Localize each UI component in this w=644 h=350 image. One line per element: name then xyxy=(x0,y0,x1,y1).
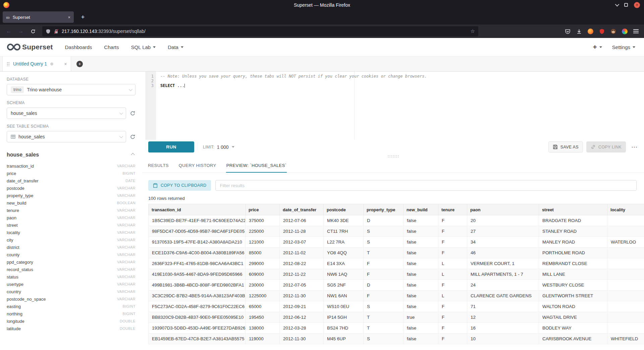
copy-to-clipboard-button[interactable]: COPY TO CLIPBOARD xyxy=(148,180,211,191)
tab-close-icon[interactable]: × xyxy=(68,15,70,20)
table-cell[interactable] xyxy=(607,226,644,237)
table-cell[interactable]: BB8320C9-D82B-4B37-90E0-9FEE05095E10 xyxy=(149,312,246,323)
table-cell[interactable] xyxy=(607,301,644,312)
nav-item-sql-lab[interactable]: SQL Lab xyxy=(131,44,156,50)
limit-dropdown[interactable]: LIMIT: 1 000 xyxy=(203,144,234,150)
table-cell[interactable]: PORTHOLME ROAD xyxy=(539,248,607,258)
table-cell[interactable]: 2012-09-21 xyxy=(280,301,324,312)
table-cell[interactable]: 609000 xyxy=(246,269,280,280)
schema-column-row[interactable]: northingBIGINT xyxy=(7,310,136,317)
table-cell[interactable]: 2636F323-FF41-4765-81DB-98CAA6A43BC1 xyxy=(149,258,246,269)
table-cell[interactable]: CT11 7RH xyxy=(324,226,364,237)
table-cell[interactable]: S xyxy=(364,301,404,312)
table-cell[interactable]: S xyxy=(364,226,404,237)
schema-column-row[interactable]: districtVARCHAR xyxy=(7,244,136,251)
table-cell[interactable]: 1B5C39ED-BE7F-41EF-9E71-9C60EED74A22 xyxy=(149,215,246,226)
table-cell[interactable] xyxy=(607,312,644,323)
database-select[interactable]: trino Trino warehouse xyxy=(7,84,136,95)
table-cell[interactable]: 65000 xyxy=(246,301,280,312)
table-cell[interactable]: false xyxy=(404,323,438,334)
schema-column-row[interactable]: priceBIGINT xyxy=(7,170,136,177)
table-cell[interactable]: REMBRANDT CLOSE xyxy=(539,258,607,269)
ublock-extension-icon[interactable] xyxy=(599,29,605,34)
results-table-container[interactable]: transaction_idpricedate_of_transferpostc… xyxy=(148,204,644,350)
table-cell[interactable]: MK40 3DE xyxy=(324,215,364,226)
schema-column-row[interactable]: tenureVARCHAR xyxy=(7,207,136,214)
table-cell[interactable]: 138000 xyxy=(246,323,280,334)
schema-column-row[interactable]: transaction_idVARCHAR xyxy=(7,162,136,170)
schema-column-row[interactable]: eastingBIGINT xyxy=(7,303,136,310)
table-cell[interactable]: D xyxy=(364,280,404,291)
table-cell[interactable]: BODLEY WAY xyxy=(539,323,607,334)
table-cell[interactable]: M45 6UP xyxy=(324,334,364,344)
table-cell[interactable]: 195450 xyxy=(246,312,280,323)
table-cell[interactable]: VERMEER COURT, 1 xyxy=(467,258,539,269)
table-cell[interactable]: S xyxy=(364,237,404,248)
table-cell[interactable]: F xyxy=(438,323,467,334)
url-text[interactable]: 217.160.120.143:32393/superset/sqllab/ xyxy=(62,29,146,34)
table-cell[interactable]: 225000 xyxy=(246,226,280,237)
table-cell[interactable]: false xyxy=(404,258,438,269)
table-cell[interactable]: 12 xyxy=(467,312,539,323)
new-item-menu[interactable]: + xyxy=(593,43,602,51)
table-cell[interactable]: CARISBROOK AVENUE xyxy=(539,334,607,344)
table-cell[interactable]: 98F5DC47-0D05-4D59-95B7-98CA6F1FDE05 xyxy=(149,226,246,237)
schema-column-row[interactable]: property_typeVARCHAR xyxy=(7,192,136,199)
schema-column-row[interactable]: countryVARCHAR xyxy=(7,288,136,295)
table-cell[interactable]: F xyxy=(438,301,467,312)
query-tab-close-icon[interactable]: × xyxy=(64,61,67,67)
column-header[interactable]: tenure xyxy=(438,204,467,215)
table-cell[interactable]: YO8 4QQ xyxy=(324,248,364,258)
window-minimize-button[interactable] xyxy=(615,2,620,7)
table-cell[interactable]: 46 xyxy=(467,248,539,258)
table-cell[interactable]: false xyxy=(404,248,438,258)
table-cell[interactable] xyxy=(607,291,644,301)
column-header[interactable]: postcode xyxy=(324,204,364,215)
insecure-lock-icon[interactable] xyxy=(54,29,59,34)
table-cell[interactable] xyxy=(607,323,644,334)
reload-button[interactable] xyxy=(28,27,38,36)
column-header[interactable]: locality xyxy=(607,204,644,215)
schema-column-row[interactable]: streetVARCHAR xyxy=(7,221,136,229)
window-close-button[interactable]: × xyxy=(634,2,640,8)
bookmark-star-icon[interactable]: ☆ xyxy=(471,28,475,34)
drag-handle-icon[interactable] xyxy=(7,61,10,66)
results-tab-0[interactable]: RESULTS xyxy=(143,160,174,172)
table-cell[interactable]: F xyxy=(364,269,404,280)
table-cell[interactable]: F xyxy=(438,334,467,344)
forward-button[interactable]: → xyxy=(16,27,25,36)
table-cell[interactable]: 2012-03-28 xyxy=(280,323,324,334)
schema-column-row[interactable]: new_buildBOOLEAN xyxy=(7,199,136,207)
collapse-chevron-icon[interactable] xyxy=(131,153,135,157)
table-cell[interactable]: 2012-08-22 xyxy=(280,258,324,269)
table-cell[interactable]: 2012-03-07 xyxy=(280,237,324,248)
table-cell[interactable]: F xyxy=(364,258,404,269)
schema-select[interactable]: house_sales xyxy=(7,107,126,119)
table-cell[interactable]: F xyxy=(438,312,467,323)
settings-menu[interactable]: Settings xyxy=(612,44,635,50)
table-cell[interactable]: WAGTAIL DRIVE xyxy=(539,312,607,323)
superset-logo[interactable]: Superset xyxy=(7,42,53,52)
table-cell[interactable]: T xyxy=(364,248,404,258)
column-header[interactable]: transaction_id xyxy=(149,204,246,215)
table-cell[interactable]: 71 xyxy=(467,301,539,312)
table-cell[interactable]: 27 xyxy=(467,226,539,237)
run-query-button[interactable]: RUN xyxy=(148,141,194,152)
nav-item-data[interactable]: Data xyxy=(168,44,183,50)
column-header[interactable]: street xyxy=(539,204,607,215)
schema-column-row[interactable]: usertypeVARCHAR xyxy=(7,280,136,288)
table-cell[interactable]: STANLEY ROAD xyxy=(539,226,607,237)
results-tab-active[interactable]: PREVIEW: `HOUSE_SALES` xyxy=(221,160,292,172)
table-cell[interactable]: NW6 1AQ xyxy=(324,269,364,280)
pane-resize-handle[interactable] xyxy=(142,154,644,158)
table-cell[interactable]: 121000 xyxy=(246,237,280,248)
column-header[interactable]: price xyxy=(246,204,280,215)
pinwheel-extension-icon[interactable] xyxy=(622,29,628,34)
table-select[interactable]: house_sales xyxy=(7,131,126,142)
table-cell[interactable]: L xyxy=(438,291,467,301)
tracking-shield-icon[interactable] xyxy=(46,29,51,34)
results-tab-1[interactable]: QUERY HISTORY xyxy=(174,160,221,172)
table-cell[interactable] xyxy=(607,280,644,291)
table-cell[interactable]: F xyxy=(438,280,467,291)
column-header[interactable]: new_build xyxy=(404,204,438,215)
